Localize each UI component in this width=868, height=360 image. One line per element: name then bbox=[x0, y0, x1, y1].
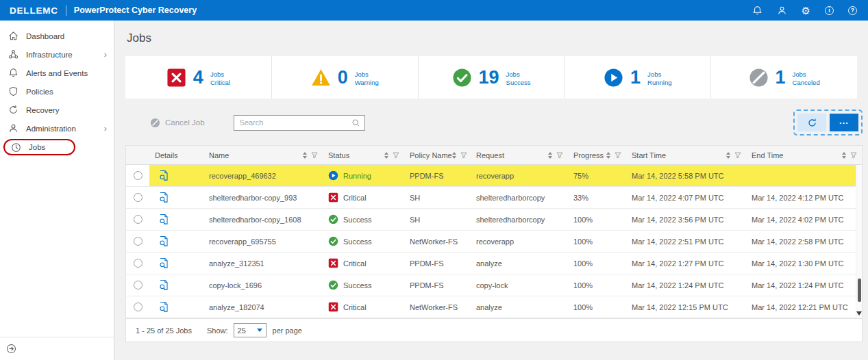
chevron-right-icon: › bbox=[104, 124, 107, 133]
job-status-cell: Critical bbox=[323, 296, 404, 318]
status-text: Critical bbox=[343, 303, 367, 311]
scrollbar-down-arrow[interactable] bbox=[856, 311, 862, 316]
job-details-icon[interactable] bbox=[158, 214, 170, 225]
user-icon[interactable] bbox=[777, 5, 787, 16]
policy-name: NetWorker-FS bbox=[404, 296, 471, 318]
end-time bbox=[746, 165, 862, 186]
feedback-icon[interactable] bbox=[6, 344, 16, 354]
column-header-name[interactable]: Name bbox=[203, 146, 323, 164]
table-row[interactable]: analyze_182074CriticalNetWorker-FSanalyz… bbox=[126, 296, 862, 318]
row-details-cell bbox=[149, 296, 203, 318]
success-status-icon bbox=[328, 214, 338, 224]
sidebar-item-policies[interactable]: Policies bbox=[0, 82, 114, 101]
job-details-icon[interactable] bbox=[158, 235, 170, 247]
summary-card-canceled[interactable]: 1JobsCanceled bbox=[711, 56, 857, 99]
page-size-select[interactable]: 25 bbox=[234, 323, 266, 337]
refresh-button[interactable] bbox=[797, 114, 826, 131]
job-status-cell: Success bbox=[323, 274, 404, 296]
job-details-icon[interactable] bbox=[158, 279, 170, 291]
job-details-icon[interactable] bbox=[158, 301, 170, 313]
filter-icon[interactable] bbox=[850, 152, 857, 159]
progress: 100% bbox=[568, 296, 626, 318]
table-row[interactable]: shelteredharbor-copy_993CriticalSHshelte… bbox=[126, 187, 862, 209]
row-details-cell bbox=[149, 231, 203, 252]
sort-icon[interactable] bbox=[606, 152, 610, 159]
table-row[interactable]: shelteredharbor-copy_1608SuccessSHshelte… bbox=[126, 209, 862, 231]
user-icon bbox=[8, 123, 18, 133]
filter-icon[interactable] bbox=[311, 152, 318, 159]
sidebar-item-administration[interactable]: Administration› bbox=[0, 119, 114, 138]
row-details-cell bbox=[149, 187, 203, 208]
filter-icon[interactable] bbox=[393, 152, 399, 159]
filter-icon[interactable] bbox=[556, 152, 563, 159]
row-radio[interactable] bbox=[134, 259, 142, 268]
info-icon[interactable]: i bbox=[825, 6, 834, 15]
column-header-details[interactable]: Details bbox=[149, 146, 203, 164]
search-input[interactable] bbox=[238, 118, 351, 127]
job-details-icon[interactable] bbox=[158, 170, 170, 181]
sort-icon[interactable] bbox=[726, 152, 730, 159]
row-radio[interactable] bbox=[134, 193, 142, 202]
job-name: shelteredharbor-copy_1608 bbox=[203, 209, 323, 230]
table-row[interactable]: recoverapp_469632RunningPPDM-FSrecoverap… bbox=[126, 165, 862, 187]
end-time: Mar 14, 2022 12:21 PM UTC bbox=[746, 296, 862, 318]
column-header-end-time[interactable]: End Time bbox=[746, 146, 862, 164]
column-header-policy-name[interactable]: Policy Name bbox=[404, 146, 471, 164]
sort-icon[interactable] bbox=[303, 152, 307, 159]
sidebar-item-infrastructure[interactable]: Infrastructure› bbox=[0, 45, 114, 64]
progress: 100% bbox=[568, 274, 626, 296]
bell-icon bbox=[8, 68, 18, 78]
sort-icon[interactable] bbox=[384, 152, 388, 159]
row-radio[interactable] bbox=[134, 237, 142, 246]
start-time: Mar 14, 2022 4:07 PM UTC bbox=[626, 187, 746, 208]
cancel-job-button[interactable]: Cancel Job bbox=[146, 117, 209, 129]
table-row[interactable]: copy-lock_1696SuccessPPDM-FScopy-lock100… bbox=[126, 274, 862, 296]
help-icon[interactable]: ? bbox=[848, 6, 857, 15]
sidebar-item-alerts-and-events[interactable]: Alerts and Events bbox=[0, 64, 114, 82]
column-label: Start Time bbox=[632, 151, 666, 159]
column-header-start-time[interactable]: Start Time bbox=[626, 146, 746, 164]
start-time: Mar 14, 2022 1:27 PM UTC bbox=[626, 253, 746, 274]
sidebar-item-recovery[interactable]: Recovery bbox=[0, 101, 114, 119]
sort-icon[interactable] bbox=[452, 152, 456, 159]
bell-icon[interactable] bbox=[752, 5, 762, 16]
table-scrollbar[interactable] bbox=[856, 165, 862, 318]
row-radio[interactable] bbox=[134, 303, 142, 311]
row-select-cell bbox=[126, 253, 149, 274]
scrollbar-thumb[interactable] bbox=[858, 279, 861, 302]
column-header-request[interactable]: Request bbox=[471, 146, 568, 164]
filter-icon[interactable] bbox=[734, 152, 741, 159]
header-select-column bbox=[126, 146, 149, 164]
sort-icon[interactable] bbox=[548, 152, 552, 159]
app-title: PowerProtect Cyber Recovery bbox=[74, 5, 197, 15]
sidebar-nav: DashboardInfrastructure›Alerts and Event… bbox=[0, 27, 114, 155]
table-row[interactable]: recoverapp_695755SuccessNetWorker-FSreco… bbox=[126, 231, 862, 253]
row-radio[interactable] bbox=[134, 215, 142, 224]
sidebar-item-jobs[interactable]: Jobs bbox=[3, 139, 75, 155]
cancel-icon bbox=[150, 118, 160, 128]
column-header-progress[interactable]: Progress bbox=[568, 146, 626, 164]
table-row[interactable]: analyze_312351CriticalPPDM-FSanalyze100%… bbox=[126, 253, 862, 274]
job-details-icon[interactable] bbox=[158, 192, 170, 203]
summary-card-success[interactable]: 19JobsSuccess bbox=[419, 56, 565, 99]
summary-card-critical[interactable]: 4JobsCritical bbox=[125, 56, 272, 99]
filter-icon[interactable] bbox=[615, 152, 621, 159]
row-radio[interactable] bbox=[134, 281, 142, 290]
canceled-status-icon bbox=[749, 68, 769, 88]
job-details-icon[interactable] bbox=[158, 257, 170, 269]
policy-name: SH bbox=[404, 187, 471, 208]
summary-card-warning[interactable]: 0JobsWarning bbox=[272, 56, 419, 99]
sort-icon[interactable] bbox=[842, 152, 846, 159]
row-radio[interactable] bbox=[134, 171, 142, 180]
column-header-status[interactable]: Status bbox=[323, 146, 404, 164]
success-status-icon bbox=[328, 236, 338, 246]
cancel-job-label: Cancel Job bbox=[165, 118, 205, 127]
filter-icon[interactable] bbox=[460, 152, 467, 159]
row-select-cell bbox=[126, 209, 149, 230]
gear-icon[interactable]: ⚙ bbox=[802, 5, 810, 16]
search-box bbox=[234, 115, 365, 131]
summary-card-running[interactable]: 1JobsRunning bbox=[565, 56, 711, 99]
column-header-icons bbox=[606, 152, 621, 159]
more-actions-button[interactable]: ... bbox=[830, 114, 858, 131]
sidebar-item-dashboard[interactable]: Dashboard bbox=[0, 27, 114, 45]
